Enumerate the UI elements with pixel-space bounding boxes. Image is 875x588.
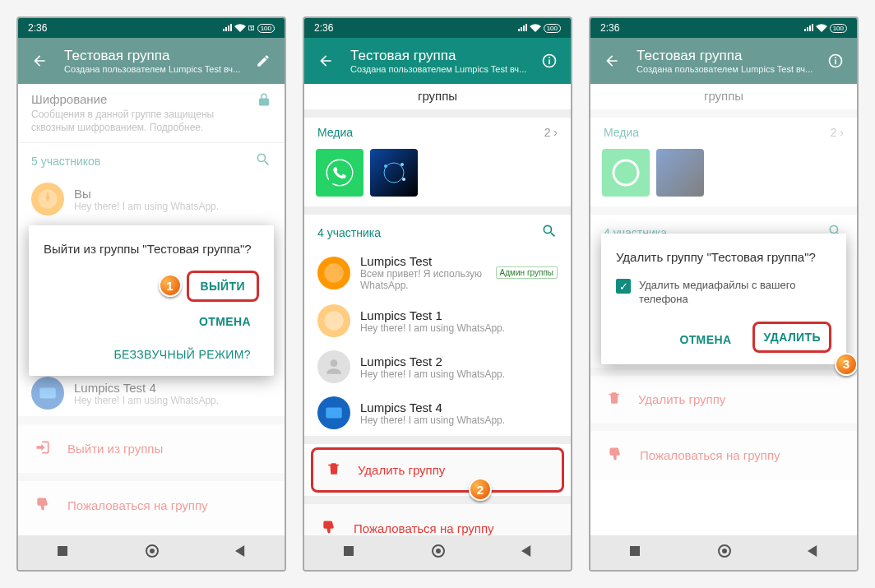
avatar <box>317 304 350 337</box>
exit-dialog: Выйти из группы "Тестовая группа"? ВЫЙТИ… <box>29 225 274 376</box>
thumbs-down-icon <box>321 519 337 535</box>
svg-point-15 <box>324 311 343 330</box>
svg-rect-17 <box>344 546 354 556</box>
back-icon[interactable] <box>311 46 340 76</box>
media-count: 2 › <box>544 126 558 139</box>
exit-button[interactable]: ВЫЙТИ <box>187 271 260 302</box>
dialog-question: Удалить группу "Тестовая группа"? <box>616 250 831 264</box>
avatar <box>317 396 350 429</box>
avatar <box>317 257 350 289</box>
search-icon[interactable] <box>541 223 558 243</box>
svg-point-12 <box>400 163 404 166</box>
dialog-question: Выйти из группы "Тестовая группа"? <box>44 242 259 256</box>
delete-group-row[interactable]: Удалить группу <box>311 447 564 493</box>
group-subtitle: Создана пользователем Lumpics Test вч... <box>350 64 535 74</box>
screen-2: 2:36 100 Тестовая группа Создана пользов… <box>303 16 572 572</box>
checkbox-icon[interactable]: ✓ <box>616 279 631 294</box>
nav-back-icon[interactable] <box>521 545 533 560</box>
delete-dialog: Удалить группу "Тестовая группа"? ✓ Удал… <box>601 234 846 364</box>
admin-badge: Админ группы <box>496 266 558 279</box>
cancel-button[interactable]: ОТМЕНА <box>191 308 259 335</box>
info-icon[interactable] <box>535 46 564 76</box>
member-name: Lumpics Test <box>360 254 486 268</box>
report-group-row[interactable]: Пожаловаться на группу <box>304 504 571 535</box>
member-status: Hey there! I am using WhatsApp. <box>360 322 558 334</box>
media-thumb[interactable] <box>370 149 418 197</box>
checkbox-label: Удалить медиафайлы с вашего телефона <box>639 279 831 307</box>
cancel-button[interactable]: ОТМЕНА <box>671 326 739 353</box>
svg-point-19 <box>436 549 441 553</box>
media-row-header[interactable]: Медиа 2 › <box>304 118 571 144</box>
trash-icon <box>326 461 341 479</box>
partial-header: группы <box>304 84 571 109</box>
svg-point-11 <box>384 164 387 168</box>
member-name: Lumpics Test 4 <box>360 400 558 414</box>
svg-point-14 <box>324 263 343 282</box>
media-thumb[interactable] <box>316 149 363 197</box>
status-icons: 100 <box>517 24 561 33</box>
list-item[interactable]: Lumpics Test 4 Hey there! I am using Wha… <box>304 390 571 436</box>
member-status: Всем привет! Я использую WhatsApp. <box>360 268 486 291</box>
android-nav <box>304 535 571 570</box>
screen-1: 2:36 ⚿ 100 Тестовая группа Создана польз… <box>16 16 286 572</box>
avatar <box>317 350 350 383</box>
nav-recent-icon[interactable] <box>342 544 355 561</box>
mute-button[interactable]: БЕЗЗВУЧНЫЙ РЕЖИМ? <box>105 341 259 368</box>
list-item[interactable]: Lumpics Test Всем привет! Я использую Wh… <box>304 248 571 298</box>
list-item[interactable]: Lumpics Test 1 Hey there! I am using Wha… <box>304 298 571 344</box>
list-item[interactable]: Lumpics Test 2 Hey there! I am using Wha… <box>304 344 571 390</box>
group-title: Тестовая группа <box>350 48 535 64</box>
step-badge-2: 2 <box>469 478 492 501</box>
content: группы Медиа 2 › 4 участника L <box>304 84 571 535</box>
dialog-backdrop: Выйти из группы "Тестовая группа"? ВЫЙТИ… <box>18 18 285 570</box>
svg-rect-7 <box>549 59 550 64</box>
members-label: 4 участника <box>317 226 381 239</box>
svg-rect-8 <box>549 57 550 58</box>
svg-point-13 <box>402 178 405 181</box>
nav-home-icon[interactable] <box>431 544 446 562</box>
member-name: Lumpics Test 1 <box>360 308 558 322</box>
member-status: Hey there! I am using WhatsApp. <box>360 414 558 426</box>
dialog-backdrop: Удалить группу "Тестовая группа"? ✓ Удал… <box>590 18 857 570</box>
step-badge-1: 1 <box>159 274 182 297</box>
media-label: Медиа <box>317 126 353 139</box>
member-name: Lumpics Test 2 <box>360 354 558 368</box>
delete-media-checkbox-row[interactable]: ✓ Удалить медиафайлы с вашего телефона <box>616 279 831 307</box>
app-bar: Тестовая группа Создана пользователем Lu… <box>304 38 571 84</box>
step-badge-3: 3 <box>835 353 858 376</box>
status-time: 2:36 <box>314 22 333 34</box>
delete-group-label: Удалить группу <box>358 463 445 477</box>
screen-3: 2:36 100 Тестовая группа Создана пользов… <box>589 16 859 572</box>
member-status: Hey there! I am using WhatsApp. <box>360 368 558 380</box>
report-group-label: Пожаловаться на группу <box>354 521 494 535</box>
delete-button[interactable]: УДАЛИТЬ <box>752 322 831 353</box>
svg-rect-16 <box>326 408 342 419</box>
status-bar: 2:36 100 <box>304 18 571 38</box>
